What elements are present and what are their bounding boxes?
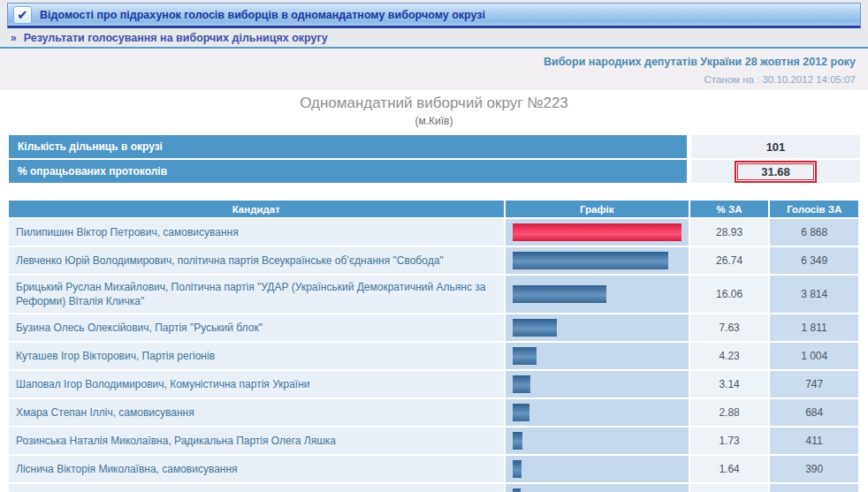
- vote-bar: [513, 319, 557, 337]
- candidate-name: Осадчий Євгеній Сергійович, самовисуванн…: [9, 484, 504, 492]
- candidate-row: Бузина Олесь Олексійович, Партія "Руськи…: [9, 314, 858, 341]
- vote-bar-cell: [506, 276, 689, 313]
- candidate-name: Хмара Степан Ілліч, самовисування: [9, 399, 504, 426]
- vote-bar-cell: [506, 371, 689, 397]
- candidate-row: Розинська Наталія Миколаївна, Радикальна…: [9, 428, 858, 454]
- as-of-timestamp: Станом на : 30.10.2012 14:05:07: [12, 74, 856, 85]
- page-title-bar: ✔ Відомості про підрахунок голосів вибор…: [7, 3, 861, 28]
- results-table-header-row: КандидатГрафік% ЗАГолосів ЗА: [9, 201, 858, 217]
- vote-bar: [513, 488, 521, 492]
- vote-bar: [513, 347, 537, 365]
- column-header-2: % ЗА: [690, 201, 769, 217]
- candidate-name: Пилипишин Віктор Петрович, самовисування: [9, 219, 504, 246]
- vote-bar-cell: [506, 399, 689, 426]
- stats-row: % опрацьованих протоколів31.68: [9, 160, 860, 183]
- election-info-strip: Вибори народних депутатів України 28 жов…: [0, 49, 868, 90]
- vote-bar: [513, 404, 529, 421]
- results-table: КандидатГрафік% ЗАГолосів ЗА Пилипишин В…: [7, 199, 860, 492]
- percent-for: 16.06: [690, 276, 769, 313]
- candidate-row: Ліснича Вікторія Миколаївна, самовисуван…: [9, 456, 858, 482]
- district-stats: Кількість дільниць в окрузі101% опрацьов…: [9, 135, 860, 183]
- vote-bar: [513, 432, 522, 450]
- candidate-name: Брицький Руслан Михайлович, Політична па…: [9, 276, 504, 313]
- vote-bar-cell: [506, 428, 689, 454]
- votes-for: 1 004: [770, 343, 858, 369]
- votes-for: 6 868: [770, 219, 858, 246]
- percent-for: 28.93: [690, 219, 769, 246]
- votes-for: 411: [770, 428, 858, 454]
- candidate-row: Шаповал Ігор Володимирович, Комуністична…: [9, 371, 858, 397]
- vote-bar: [513, 285, 606, 303]
- column-header-3: Голосів ЗА: [770, 201, 858, 217]
- vote-bar-cell: [506, 247, 689, 274]
- candidate-row: Куташев Ігор Вікторович, Партія регіонів…: [9, 343, 858, 369]
- page: ✔ Відомості про підрахунок голосів вибор…: [0, 0, 868, 492]
- candidate-row: Осадчий Євгеній Сергійович, самовисуванн…: [9, 484, 858, 492]
- stats-value: 101: [691, 135, 860, 158]
- candidate-name: Шаповал Ігор Володимирович, Комуністична…: [9, 371, 504, 397]
- votes-for: 390: [770, 456, 858, 482]
- vote-bar: [513, 252, 669, 269]
- candidate-name: Левченко Юрій Володимирович, політична п…: [9, 247, 504, 274]
- breadcrumb: » Результати голосування на виборчих діл…: [0, 28, 868, 49]
- results-by-precinct-link[interactable]: Результати голосування на виборчих дільн…: [24, 32, 328, 44]
- district-subtitle: (м.Київ): [0, 115, 868, 127]
- column-header-1: Графік: [506, 201, 689, 217]
- vote-bar-cell: [506, 456, 689, 482]
- vote-bar: [513, 223, 681, 241]
- district-title: Одномандатний виборчий округ №223: [0, 95, 868, 112]
- percent-for: 4.23: [690, 343, 769, 369]
- vote-bar: [513, 375, 531, 393]
- results-table-body: Пилипишин Віктор Петрович, самовисування…: [9, 219, 858, 492]
- vote-bar-cell: [506, 219, 689, 246]
- main-content: Одномандатний виборчий округ №223 (м.Киї…: [0, 90, 868, 492]
- percent-for: 1.64: [690, 456, 769, 482]
- column-header-0: Кандидат: [9, 201, 504, 217]
- candidate-name: Куташев Ігор Вікторович, Партія регіонів: [9, 343, 504, 369]
- stats-label: % опрацьованих протоколів: [9, 160, 687, 183]
- vote-bar-cell: [506, 484, 689, 492]
- candidate-row: Пилипишин Віктор Петрович, самовисування…: [9, 219, 858, 246]
- top-strip: ✔ Відомості про підрахунок голосів вибор…: [0, 0, 868, 28]
- stats-label: Кількість дільниць в окрузі: [9, 135, 687, 158]
- election-title: Вибори народних депутатів України 28 жов…: [12, 56, 856, 68]
- percent-for: 2.88: [690, 399, 769, 426]
- percent-for: 1.73: [690, 428, 769, 454]
- highlight-red-box: 31.68: [735, 161, 817, 183]
- candidate-name: Розинська Наталія Миколаївна, Радикальна…: [9, 428, 504, 454]
- percent-for: 7.63: [690, 314, 769, 341]
- percent-for: 26.74: [690, 247, 769, 274]
- stats-row: Кількість дільниць в окрузі101: [9, 135, 860, 158]
- candidate-name: Бузина Олесь Олексійович, Партія "Руськи…: [9, 314, 504, 341]
- percent-for: 1.40: [690, 484, 769, 492]
- highlight-red-box-value: 31.68: [737, 163, 814, 180]
- percent-for: 3.14: [690, 371, 769, 397]
- breadcrumb-arrow-icon: »: [11, 32, 17, 44]
- vote-bar-cell: [506, 343, 689, 369]
- votes-for: 333: [770, 484, 858, 492]
- vote-bar-cell: [506, 314, 689, 341]
- page-title: Відомості про підрахунок голосів виборці…: [40, 9, 485, 21]
- candidate-row: Левченко Юрій Володимирович, політична п…: [9, 247, 858, 274]
- candidate-name: Ліснича Вікторія Миколаївна, самовисуван…: [9, 456, 504, 482]
- checked-checkbox-icon: ✔: [13, 6, 32, 24]
- vote-bar: [513, 460, 522, 478]
- votes-for: 684: [770, 399, 858, 426]
- votes-for: 6 349: [770, 247, 858, 274]
- votes-for: 3 814: [770, 276, 858, 313]
- votes-for: 747: [770, 371, 858, 397]
- votes-for: 1 811: [770, 314, 858, 341]
- stats-value: 31.68: [691, 160, 860, 183]
- candidate-row: Хмара Степан Ілліч, самовисування2.88684: [9, 399, 858, 426]
- candidate-row: Брицький Руслан Михайлович, Політична па…: [9, 276, 858, 313]
